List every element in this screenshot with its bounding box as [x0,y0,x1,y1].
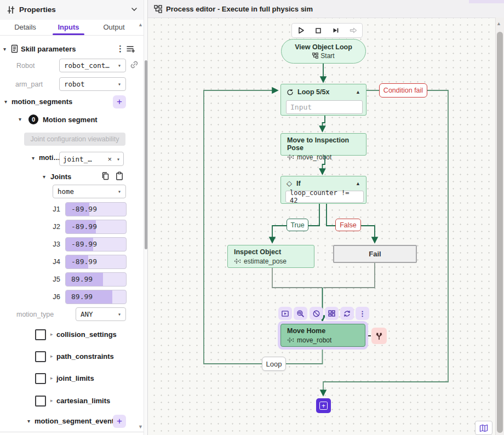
node-move-inspection[interactable]: Move to Inspection Pose move_robot [280,133,366,156]
caret-down-icon[interactable]: ▾ [32,155,35,161]
motion-segment-label: Motion segment [43,116,98,124]
kebab-icon[interactable]: ⋮ [116,44,124,54]
add-motion-segment-button[interactable]: + [113,95,126,108]
node-fail[interactable]: Fail [333,245,417,263]
joint-config-viewability-button[interactable]: Joint configuration viewability [24,133,125,146]
caret-down-icon[interactable]: ▾ [27,418,30,424]
caret-right-icon[interactable]: ▸ [50,398,53,403]
joint-value-input[interactable]: -89.99 [65,202,127,216]
node-subtitle: Start [320,52,334,60]
close-icon[interactable]: × [107,155,112,163]
skip-icon[interactable] [349,26,358,35]
cartesian-limits-label: cartesian_limits [56,397,110,405]
scroll-down-icon[interactable]: ▼ [138,424,143,430]
caret-down-icon[interactable]: ▾ [4,99,7,105]
joint-name: J2 [47,222,60,231]
node-start[interactable]: View Object Loop Start [281,39,366,64]
robot-field-label: Robot [16,62,35,70]
minimap-button[interactable] [475,421,492,435]
caret-right-icon[interactable]: ▸ [50,331,53,337]
run-toolbar [291,23,363,38]
if-condition-input[interactable]: loop_counter != 42 [285,191,364,203]
scroll-up-icon[interactable]: ▲ [138,22,143,27]
motion-segment-events-label: motion_segment_events [35,417,118,425]
robot-select[interactable]: robot_cont…▾ [59,59,126,72]
edge-label-condition-fail: Condition fail [379,83,427,98]
chevron-down-icon[interactable] [130,5,138,13]
motion-type-label: motion_type [16,311,54,318]
tab-output[interactable]: Output [96,23,131,33]
joint-value-input[interactable]: -89.99 [65,220,127,234]
collapse-icon[interactable]: ▲ [356,181,360,186]
caret-down-icon[interactable]: ▾ [3,46,6,52]
step-icon[interactable] [331,26,340,35]
call-split-button[interactable] [371,328,387,344]
path-constraints-checkbox[interactable] [35,351,46,362]
collision-settings-checkbox[interactable] [35,329,46,340]
kebab-icon[interactable]: ⋮ [356,307,369,320]
moti-select[interactable]: joint_… × ▾ [59,152,124,166]
joint-value-input[interactable]: -89.99 [65,255,127,269]
motion-segments-label: motion_segments [12,98,72,106]
node-title: View Object Loop [295,43,352,51]
loop-icon [287,89,294,96]
joint-limits-checkbox[interactable] [35,373,46,384]
node-inspect[interactable]: Inspect Object estimate_pose [227,245,314,268]
motion-type-select[interactable]: ANY▾ [76,307,126,321]
move-robot-icon [287,337,294,344]
flowchart-icon [312,53,318,59]
joint-value-input[interactable]: 89.99 [65,290,127,304]
canvas-title: Process editor - Execute in full physics… [166,5,313,13]
tab-inputs[interactable]: Inputs [51,23,86,33]
collision-settings-label: collision_settings [56,330,117,339]
loop-input[interactable]: Input [286,100,363,114]
caret-right-icon[interactable]: ▸ [50,353,53,359]
collapse-icon[interactable]: ▲ [356,89,360,95]
arm-part-field-label: arm_part [15,81,43,88]
scroll-up-icon[interactable]: ▲ [496,21,501,26]
tab-details[interactable]: Details [8,23,43,33]
flowchart-icon [154,5,162,13]
caret-down-icon: ▾ [118,62,121,68]
joint-limits-label: joint_limits [56,374,94,382]
tune-icon [7,5,15,14]
joint-name: J3 [47,240,60,248]
joint-name: J1 [47,205,60,213]
node-loop[interactable]: Loop 5/5x ▲ Input [280,84,366,116]
zoom-sync-icon[interactable] [294,307,307,320]
paste-icon[interactable] [115,171,124,181]
arm-part-select[interactable]: robot▾ [59,77,126,91]
caret-down-icon[interactable]: ▾ [19,116,21,122]
node-if[interactable]: ◇ If ▲ loop_counter != 42 [280,176,366,204]
add-node-button[interactable]: + [316,398,331,413]
edge-label-false: False [335,219,361,231]
joint-preset-select[interactable]: home▾ [53,185,126,198]
node-move-home[interactable]: Move Home move_robot [280,324,365,347]
play-icon[interactable] [297,26,305,35]
playlist-add-icon[interactable] [126,44,135,53]
panel-scrollbar-thumb[interactable] [145,60,147,249]
node-subtitle: estimate_pose [244,257,287,265]
stop-icon[interactable] [314,27,322,35]
copy-icon[interactable] [101,171,110,181]
caret-down-icon: ▾ [117,156,120,162]
cartesian-limits-checkbox[interactable] [35,396,46,407]
slideshow-icon[interactable] [278,307,292,320]
block-icon[interactable] [310,307,323,320]
app-window: Properties Details Inputs Output ▲ ▾ Ski… [0,0,504,435]
sync-icon[interactable] [340,307,354,320]
canvas-scrollbar-thumb[interactable] [497,32,503,433]
canvas-header: Process editor - Execute in full physics… [148,0,504,18]
properties-header[interactable]: Properties [0,0,144,20]
joint-value-input[interactable]: 89.99 [65,272,127,287]
dashboard-icon[interactable] [325,307,339,320]
move-robot-icon [287,154,294,161]
add-event-button[interactable]: + [113,415,126,428]
move-robot-icon [234,258,241,265]
link-icon[interactable] [130,60,139,69]
joint-value-input[interactable]: -89.99 [65,237,127,251]
caret-right-icon[interactable]: ▸ [50,375,53,381]
node-title: Move Home [281,324,365,335]
add-box-icon: + [319,402,328,410]
caret-down-icon[interactable]: ▾ [43,174,45,180]
